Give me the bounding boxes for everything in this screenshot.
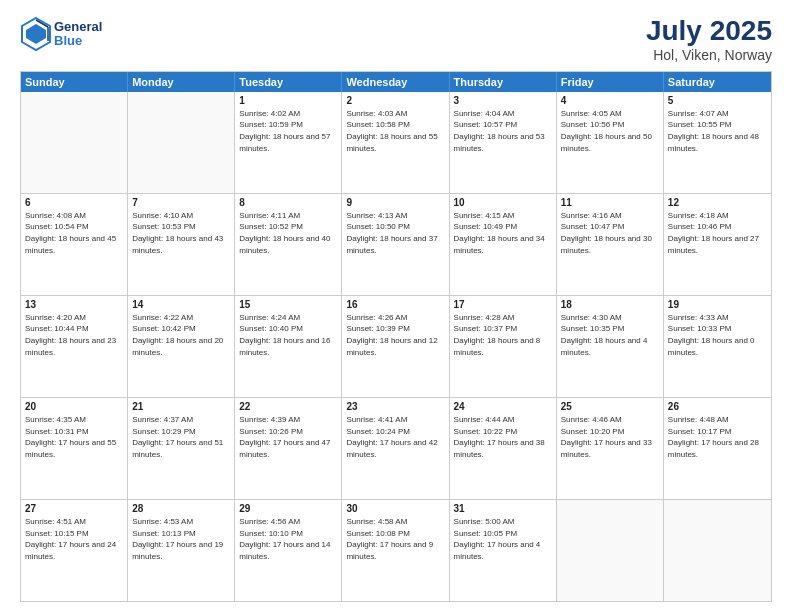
calendar-cell xyxy=(128,92,235,193)
calendar-cell: 7Sunrise: 4:10 AM Sunset: 10:53 PM Dayli… xyxy=(128,194,235,295)
calendar-week-4: 20Sunrise: 4:35 AM Sunset: 10:31 PM Dayl… xyxy=(21,397,771,499)
day-number: 11 xyxy=(561,197,659,208)
sun-info: Sunrise: 4:20 AM Sunset: 10:44 PM Daylig… xyxy=(25,312,123,358)
header: General Blue July 2025 Hol, Viken, Norwa… xyxy=(20,16,772,63)
page: General Blue July 2025 Hol, Viken, Norwa… xyxy=(0,0,792,612)
sun-info: Sunrise: 5:00 AM Sunset: 10:05 PM Daylig… xyxy=(454,516,552,562)
logo-general: General xyxy=(54,20,102,34)
calendar-cell: 27Sunrise: 4:51 AM Sunset: 10:15 PM Dayl… xyxy=(21,500,128,601)
header-day-monday: Monday xyxy=(128,72,235,92)
calendar-cell: 8Sunrise: 4:11 AM Sunset: 10:52 PM Dayli… xyxy=(235,194,342,295)
day-number: 25 xyxy=(561,401,659,412)
sun-info: Sunrise: 4:56 AM Sunset: 10:10 PM Daylig… xyxy=(239,516,337,562)
svg-marker-1 xyxy=(26,24,46,44)
sun-info: Sunrise: 4:35 AM Sunset: 10:31 PM Daylig… xyxy=(25,414,123,460)
day-number: 3 xyxy=(454,95,552,106)
day-number: 9 xyxy=(346,197,444,208)
day-number: 29 xyxy=(239,503,337,514)
sun-info: Sunrise: 4:05 AM Sunset: 10:56 PM Daylig… xyxy=(561,108,659,154)
sun-info: Sunrise: 4:16 AM Sunset: 10:47 PM Daylig… xyxy=(561,210,659,256)
calendar-cell: 5Sunrise: 4:07 AM Sunset: 10:55 PM Dayli… xyxy=(664,92,771,193)
day-number: 2 xyxy=(346,95,444,106)
title-block: July 2025 Hol, Viken, Norway xyxy=(646,16,772,63)
day-number: 27 xyxy=(25,503,123,514)
location-subtitle: Hol, Viken, Norway xyxy=(646,47,772,63)
calendar-week-2: 6Sunrise: 4:08 AM Sunset: 10:54 PM Dayli… xyxy=(21,193,771,295)
day-number: 13 xyxy=(25,299,123,310)
calendar-week-1: 1Sunrise: 4:02 AM Sunset: 10:59 PM Dayli… xyxy=(21,92,771,193)
logo-icon xyxy=(20,16,52,52)
sun-info: Sunrise: 4:48 AM Sunset: 10:17 PM Daylig… xyxy=(668,414,767,460)
day-number: 15 xyxy=(239,299,337,310)
sun-info: Sunrise: 4:46 AM Sunset: 10:20 PM Daylig… xyxy=(561,414,659,460)
sun-info: Sunrise: 4:03 AM Sunset: 10:58 PM Daylig… xyxy=(346,108,444,154)
sun-info: Sunrise: 4:33 AM Sunset: 10:33 PM Daylig… xyxy=(668,312,767,358)
sun-info: Sunrise: 4:10 AM Sunset: 10:53 PM Daylig… xyxy=(132,210,230,256)
header-day-tuesday: Tuesday xyxy=(235,72,342,92)
sun-info: Sunrise: 4:08 AM Sunset: 10:54 PM Daylig… xyxy=(25,210,123,256)
calendar-cell: 9Sunrise: 4:13 AM Sunset: 10:50 PM Dayli… xyxy=(342,194,449,295)
calendar: SundayMondayTuesdayWednesdayThursdayFrid… xyxy=(20,71,772,602)
calendar-cell: 24Sunrise: 4:44 AM Sunset: 10:22 PM Dayl… xyxy=(450,398,557,499)
day-number: 28 xyxy=(132,503,230,514)
calendar-cell: 23Sunrise: 4:41 AM Sunset: 10:24 PM Dayl… xyxy=(342,398,449,499)
day-number: 31 xyxy=(454,503,552,514)
calendar-week-5: 27Sunrise: 4:51 AM Sunset: 10:15 PM Dayl… xyxy=(21,499,771,601)
day-number: 18 xyxy=(561,299,659,310)
sun-info: Sunrise: 4:02 AM Sunset: 10:59 PM Daylig… xyxy=(239,108,337,154)
header-day-friday: Friday xyxy=(557,72,664,92)
calendar-cell: 14Sunrise: 4:22 AM Sunset: 10:42 PM Dayl… xyxy=(128,296,235,397)
day-number: 26 xyxy=(668,401,767,412)
logo: General Blue xyxy=(20,16,102,52)
calendar-cell: 19Sunrise: 4:33 AM Sunset: 10:33 PM Dayl… xyxy=(664,296,771,397)
calendar-cell xyxy=(664,500,771,601)
sun-info: Sunrise: 4:44 AM Sunset: 10:22 PM Daylig… xyxy=(454,414,552,460)
calendar-cell: 30Sunrise: 4:58 AM Sunset: 10:08 PM Dayl… xyxy=(342,500,449,601)
sun-info: Sunrise: 4:53 AM Sunset: 10:13 PM Daylig… xyxy=(132,516,230,562)
day-number: 23 xyxy=(346,401,444,412)
calendar-cell: 15Sunrise: 4:24 AM Sunset: 10:40 PM Dayl… xyxy=(235,296,342,397)
header-day-wednesday: Wednesday xyxy=(342,72,449,92)
calendar-body: 1Sunrise: 4:02 AM Sunset: 10:59 PM Dayli… xyxy=(21,92,771,601)
sun-info: Sunrise: 4:41 AM Sunset: 10:24 PM Daylig… xyxy=(346,414,444,460)
sun-info: Sunrise: 4:24 AM Sunset: 10:40 PM Daylig… xyxy=(239,312,337,358)
calendar-cell: 2Sunrise: 4:03 AM Sunset: 10:58 PM Dayli… xyxy=(342,92,449,193)
header-day-saturday: Saturday xyxy=(664,72,771,92)
calendar-cell: 3Sunrise: 4:04 AM Sunset: 10:57 PM Dayli… xyxy=(450,92,557,193)
day-number: 14 xyxy=(132,299,230,310)
calendar-cell: 16Sunrise: 4:26 AM Sunset: 10:39 PM Dayl… xyxy=(342,296,449,397)
calendar-cell: 1Sunrise: 4:02 AM Sunset: 10:59 PM Dayli… xyxy=(235,92,342,193)
calendar-cell: 28Sunrise: 4:53 AM Sunset: 10:13 PM Dayl… xyxy=(128,500,235,601)
day-number: 4 xyxy=(561,95,659,106)
calendar-cell: 10Sunrise: 4:15 AM Sunset: 10:49 PM Dayl… xyxy=(450,194,557,295)
calendar-cell: 6Sunrise: 4:08 AM Sunset: 10:54 PM Dayli… xyxy=(21,194,128,295)
header-day-thursday: Thursday xyxy=(450,72,557,92)
sun-info: Sunrise: 4:04 AM Sunset: 10:57 PM Daylig… xyxy=(454,108,552,154)
calendar-week-3: 13Sunrise: 4:20 AM Sunset: 10:44 PM Dayl… xyxy=(21,295,771,397)
day-number: 6 xyxy=(25,197,123,208)
day-number: 30 xyxy=(346,503,444,514)
calendar-cell: 21Sunrise: 4:37 AM Sunset: 10:29 PM Dayl… xyxy=(128,398,235,499)
calendar-cell: 11Sunrise: 4:16 AM Sunset: 10:47 PM Dayl… xyxy=(557,194,664,295)
calendar-cell: 25Sunrise: 4:46 AM Sunset: 10:20 PM Dayl… xyxy=(557,398,664,499)
calendar-header: SundayMondayTuesdayWednesdayThursdayFrid… xyxy=(21,72,771,92)
day-number: 22 xyxy=(239,401,337,412)
sun-info: Sunrise: 4:28 AM Sunset: 10:37 PM Daylig… xyxy=(454,312,552,358)
sun-info: Sunrise: 4:15 AM Sunset: 10:49 PM Daylig… xyxy=(454,210,552,256)
calendar-cell xyxy=(557,500,664,601)
sun-info: Sunrise: 4:22 AM Sunset: 10:42 PM Daylig… xyxy=(132,312,230,358)
day-number: 19 xyxy=(668,299,767,310)
day-number: 10 xyxy=(454,197,552,208)
calendar-cell: 20Sunrise: 4:35 AM Sunset: 10:31 PM Dayl… xyxy=(21,398,128,499)
day-number: 17 xyxy=(454,299,552,310)
sun-info: Sunrise: 4:37 AM Sunset: 10:29 PM Daylig… xyxy=(132,414,230,460)
calendar-cell xyxy=(21,92,128,193)
calendar-cell: 22Sunrise: 4:39 AM Sunset: 10:26 PM Dayl… xyxy=(235,398,342,499)
calendar-cell: 26Sunrise: 4:48 AM Sunset: 10:17 PM Dayl… xyxy=(664,398,771,499)
day-number: 5 xyxy=(668,95,767,106)
sun-info: Sunrise: 4:13 AM Sunset: 10:50 PM Daylig… xyxy=(346,210,444,256)
calendar-cell: 12Sunrise: 4:18 AM Sunset: 10:46 PM Dayl… xyxy=(664,194,771,295)
day-number: 21 xyxy=(132,401,230,412)
day-number: 8 xyxy=(239,197,337,208)
logo-blue: Blue xyxy=(54,34,102,48)
